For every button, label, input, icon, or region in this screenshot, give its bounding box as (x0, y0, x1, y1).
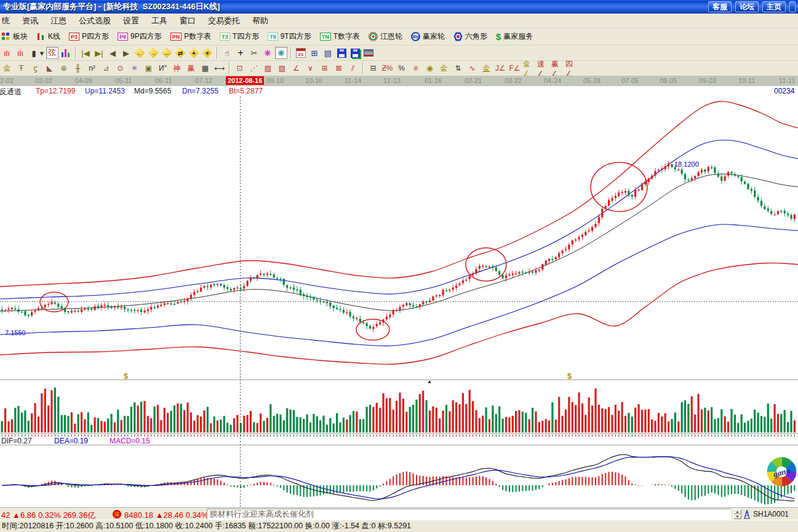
diamond-star-icon[interactable]: ✳ (201, 47, 213, 59)
draw-grid123-icon[interactable]: ▦ (199, 62, 212, 74)
event-dollar-marker[interactable]: $ (124, 371, 128, 381)
date-cell[interactable]: 09-10 (266, 77, 284, 84)
draw-wave-icon[interactable]: ∿ (466, 62, 479, 74)
print-icon[interactable] (362, 47, 375, 59)
toolbar-item-p-number-table[interactable]: PNP数字表 (170, 31, 212, 42)
draw-updown-icon[interactable]: ⇅ (452, 62, 465, 74)
date-cell[interactable]: 08-05 (660, 77, 677, 84)
toolbar-item-t-square[interactable]: T3T四方形 (220, 31, 259, 42)
event-triangle-marker[interactable]: ▲ (427, 379, 432, 384)
mode-toggle-icon[interactable]: 弦 (46, 47, 58, 59)
trend-chart-icon[interactable] (60, 47, 72, 59)
menu-item-1[interactable]: 资讯 (16, 14, 44, 28)
toolbar-item-9t-square[interactable]: T99T四方形 (268, 31, 311, 42)
draw-win-angle-icon[interactable]: 赢∠ (551, 62, 564, 74)
nav-last-icon[interactable]: ▶| (93, 47, 105, 59)
draw-angle2-icon[interactable]: ∠ (290, 62, 303, 74)
draw-spiral-icon[interactable]: ϛ (29, 62, 42, 74)
toolbar-item-winner-wheel[interactable]: Big赢家轮 (411, 31, 445, 42)
titlebar-button-partial[interactable] (789, 1, 796, 12)
news-ticker[interactable]: 膜材料行业迎来高成长催化剂 (207, 509, 731, 520)
titlebar-button-2[interactable]: 主页 (762, 1, 786, 12)
date-cell[interactable]: 12-13 (383, 77, 401, 84)
calculator-icon[interactable]: ⊞ (308, 47, 321, 59)
news-scroll-buttons[interactable]: ▲ ▼ (733, 509, 741, 519)
notes-icon[interactable]: ▤ (322, 47, 334, 59)
save-web-icon[interactable] (349, 47, 361, 59)
date-cell[interactable]: 10-16 (305, 77, 322, 84)
date-cell[interactable]: 11-14 (345, 77, 361, 84)
draw-hatch2-icon[interactable]: ▧ (276, 62, 289, 74)
draw-target-icon[interactable]: ⊙ (114, 62, 127, 74)
toolbar-item-t-number-table[interactable]: TNT数字表 (320, 31, 360, 42)
draw-gold-line-icon[interactable]: 金 (437, 62, 450, 74)
analysis-pink-icon[interactable]: ❋ (261, 47, 274, 59)
titlebar-button-0[interactable]: 客服 (708, 1, 732, 12)
diamond-cross-icon[interactable]: + (188, 47, 200, 59)
draw-square-number-icon[interactable]: n² (86, 62, 98, 74)
draw-win-icon[interactable]: 赢 (185, 62, 198, 74)
menu-item-4[interactable]: 设置 (117, 14, 145, 28)
draw-grid-x-icon[interactable]: ⊠ (332, 62, 345, 74)
menu-item-3[interactable]: 公式选股 (73, 14, 117, 28)
diamond-right-icon[interactable]: → (147, 47, 159, 59)
date-cell[interactable]: 11-11 (779, 77, 796, 84)
draw-compass-icon[interactable]: ⊕ (57, 62, 70, 74)
draw-fan-icon[interactable]: ⋰ (247, 62, 260, 74)
draw-gold-under-icon[interactable]: 金 (480, 62, 493, 74)
candle-type-icon[interactable]: ▮ (28, 47, 40, 59)
draw-grid-icon[interactable]: ╫ (71, 62, 84, 74)
draw-horn-icon[interactable]: ◣ (43, 62, 56, 74)
scissors-icon[interactable]: ✂ (248, 47, 260, 59)
scroll-down-icon[interactable]: ▼ (733, 514, 741, 519)
toolbar-item-hexagon[interactable]: 六角形 (453, 31, 487, 42)
date-cell[interactable]: 09-03 (699, 77, 716, 84)
draw-grid-red-icon[interactable]: ⊞ (318, 62, 331, 74)
date-cell[interactable]: 07-12 (195, 77, 212, 84)
menu-item-0[interactable]: 统 (0, 14, 16, 28)
crosshair-tool-icon[interactable]: + (234, 47, 247, 59)
date-cell[interactable]: 04-24 (544, 77, 561, 84)
draw-slashes-icon[interactable]: ⫽ (346, 62, 359, 74)
date-cell[interactable]: 03-02 (35, 77, 52, 84)
draw-retrace-icon[interactable]: ≡ (409, 62, 422, 74)
menu-item-6[interactable]: 窗口 (174, 14, 202, 28)
date-axis[interactable]: 2-0203-0204-0905-1106-1107-122012-08-160… (0, 76, 798, 86)
diamond-expand-icon[interactable]: ↔ (161, 47, 173, 59)
nav-first-icon[interactable]: |◀ (79, 47, 92, 59)
toolbar-item-blocks[interactable]: 板块 (1, 31, 28, 42)
date-cell[interactable]: 2-02 (0, 77, 14, 84)
toolbar-item-p-square[interactable]: P3P四方形 (69, 31, 109, 42)
draw-span-icon[interactable]: ⟷ (213, 62, 226, 74)
date-cell[interactable]: 03-22 (505, 77, 522, 84)
hand-tool-icon[interactable]: ☝ (221, 47, 233, 59)
date-cell-selected[interactable]: 2012-08-16 (226, 76, 264, 85)
diamond-left-icon[interactable]: ← (134, 47, 146, 59)
menu-item-5[interactable]: 工具 (145, 14, 174, 28)
calendar-icon[interactable]: 21 (295, 47, 307, 59)
draw-wave-mark-icon[interactable]: И″ (156, 62, 169, 74)
candle-type-dropdown[interactable]: ▾ (39, 47, 45, 59)
toolbar-item-winner-service[interactable]: $赢家服务 (496, 31, 533, 42)
menu-item-7[interactable]: 交易委托 (202, 14, 246, 28)
titlebar-button-1[interactable]: 论坛 (735, 1, 759, 12)
draw-hatch1-icon[interactable]: ▨ (261, 62, 274, 74)
date-cell[interactable]: 05-11 (115, 77, 132, 84)
draw-zpct-icon[interactable]: Ƶ% (381, 62, 394, 74)
analysis-teal-icon[interactable]: ❋ (275, 47, 287, 59)
draw-t-icon[interactable]: Ŧ (15, 62, 28, 74)
draw-angle-icon[interactable]: ⊿ (100, 62, 113, 74)
menu-item-2[interactable]: 江恩 (44, 14, 73, 28)
date-cell[interactable]: 07-05 (621, 77, 639, 84)
date-cell[interactable]: 01-16 (425, 77, 442, 84)
toolbar-item-kline[interactable]: K线 (36, 31, 60, 42)
draw-pct-icon[interactable]: % (395, 62, 408, 74)
kline-period-3-icon[interactable]: ılı (1, 47, 13, 59)
kline-period-9-icon[interactable]: ılı (14, 47, 26, 59)
draw-speed-angle-icon[interactable]: 速∠ (537, 62, 549, 74)
date-cell[interactable]: 02-21 (465, 77, 482, 84)
date-cell[interactable]: 04-09 (75, 77, 92, 84)
draw-star-icon[interactable]: ✳ (128, 62, 141, 74)
draw-four-angle-icon[interactable]: 四∠ (565, 62, 578, 74)
nav-next-icon[interactable]: ▶ (120, 47, 132, 59)
